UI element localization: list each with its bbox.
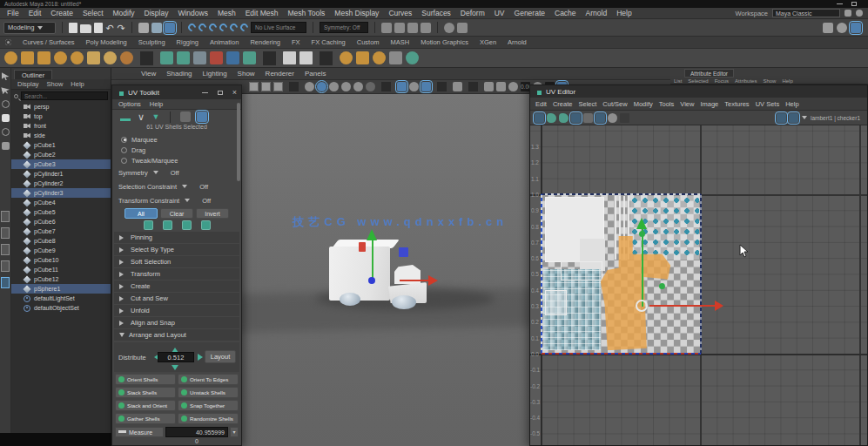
constraint-dropdown[interactable]: Transform Constraint Off [112, 193, 241, 207]
outliner-item[interactable]: pCube4 [11, 198, 111, 207]
dim-image-icon[interactable] [583, 113, 593, 123]
chevron-down-icon[interactable] [172, 365, 178, 374]
attribute-editor-menu-item[interactable]: List [674, 78, 682, 84]
select-action-button[interactable]: Clear [160, 208, 193, 219]
render-settings-icon[interactable] [407, 23, 418, 33]
attribute-editor-menu-item[interactable]: Help [782, 78, 792, 84]
convert-to-edge-icon[interactable] [163, 220, 172, 230]
shelf-tab[interactable]: MASH [391, 38, 410, 46]
menu-item[interactable]: Display [145, 9, 169, 17]
poly-cube-icon[interactable] [21, 51, 34, 64]
paint-select-tool-icon[interactable] [2, 100, 10, 108]
toolkit-section-header[interactable]: Pinning [114, 232, 239, 243]
chevron-down-icon[interactable]: ∨ [137, 112, 145, 122]
snap-point-icon[interactable] [207, 22, 219, 33]
live-surface-field[interactable]: No Live Surface [251, 22, 306, 33]
texel-dropdown-button[interactable]: ▾ [230, 427, 239, 437]
outliner-item[interactable]: defaultLightSet [11, 294, 111, 303]
outliner-item[interactable]: defaultObjectSet [11, 303, 111, 313]
select-mode-radio[interactable]: Drag [112, 145, 241, 155]
toolbar-icon[interactable] [181, 22, 182, 33]
poly-torus-icon[interactable] [71, 51, 84, 64]
shelf-icon[interactable] [320, 51, 333, 65]
stack-and-orient-icon[interactable]: Stack and Orient [115, 400, 176, 411]
manipulator-z-handle[interactable] [399, 247, 408, 257]
uv-manipulator-u-arrowhead[interactable] [715, 301, 729, 311]
uv-editor-menu-item[interactable]: Textures [724, 100, 749, 108]
viewport-menu-item[interactable]: Lighting [203, 70, 227, 78]
poly-cone-icon[interactable] [54, 51, 67, 64]
save-scene-icon[interactable] [94, 23, 103, 33]
booleans-icon[interactable] [406, 51, 419, 64]
poly-plane-icon[interactable] [87, 51, 100, 64]
tri-select-icon[interactable]: ▼ [151, 112, 160, 122]
uv-editor-menu-item[interactable]: Modify [634, 100, 653, 108]
extrude-icon[interactable] [193, 51, 206, 64]
select-action-button[interactable]: Invert [196, 208, 229, 219]
exposure-icon[interactable] [508, 82, 518, 91]
attribute-editor-menu-item[interactable]: Show [763, 78, 776, 84]
orient-shells-icon[interactable]: Orient Shells [115, 374, 176, 385]
combine-icon[interactable] [373, 51, 386, 64]
uv-toolkit-title-bar[interactable]: UV Toolkit × [112, 85, 241, 99]
truck-wheel-rear[interactable] [340, 293, 360, 306]
attribute-editor-toggle-icon[interactable] [823, 23, 833, 33]
outliner-item[interactable]: pCube12 [11, 274, 111, 284]
menu-item[interactable]: Create [50, 9, 73, 17]
maximize-icon[interactable] [851, 2, 857, 6]
bookmark-icon[interactable] [273, 82, 283, 91]
workspace-dropdown[interactable]: Maya Classic [772, 9, 840, 17]
isolate-select-icon[interactable] [453, 82, 462, 91]
shelf-tab[interactable]: Poly Modeling [86, 38, 127, 46]
mirror-icon[interactable] [356, 51, 369, 64]
outliner-item[interactable]: front [11, 121, 111, 131]
minimize-icon[interactable] [837, 3, 843, 4]
outliner-item[interactable]: pCube3 [11, 159, 111, 169]
snap-live-icon[interactable] [239, 22, 250, 33]
viewport-menu-item[interactable]: Panels [305, 70, 326, 78]
texel-density-field[interactable]: 40.955999 [165, 427, 228, 437]
viewport-menu-item[interactable]: Show [238, 70, 255, 78]
shelf-tab[interactable]: Motion Graphics [421, 38, 468, 46]
move-manipulator-x-arrowhead[interactable] [428, 275, 443, 286]
chevron-down-icon[interactable] [802, 116, 807, 122]
image-ratio-icon[interactable] [620, 113, 629, 123]
uv-editor-menu-item[interactable]: Tools [659, 100, 675, 108]
textured-icon[interactable] [341, 82, 351, 91]
ipr-render-icon[interactable] [394, 23, 405, 33]
menu-item[interactable]: Arnold [586, 9, 608, 17]
shelf-tab[interactable]: FX [292, 38, 300, 46]
platonic-solid-icon[interactable] [120, 51, 133, 64]
move-manipulator-x-axis[interactable] [400, 280, 429, 281]
select-action-button[interactable]: All [124, 208, 158, 219]
menu-item[interactable]: Edit Mesh [246, 9, 279, 17]
toolkit-section-header[interactable]: Unfold [114, 305, 239, 316]
convert-to-face-icon[interactable] [182, 220, 192, 230]
uv-toolkit-menu-item[interactable]: Help [150, 100, 163, 108]
outliner-item[interactable]: persp [11, 102, 111, 112]
menu-item[interactable]: Curves [388, 9, 412, 17]
menu-item[interactable]: Mesh Tools [288, 9, 326, 17]
menu-item[interactable]: Help [616, 9, 631, 17]
uv-editor-title-bar[interactable]: UV Editor [530, 85, 867, 98]
paint-effects-icon[interactable] [444, 23, 454, 33]
toolkit-scrollbar[interactable] [237, 103, 240, 181]
tool-settings-toggle-icon[interactable] [837, 23, 847, 33]
toolbar-icon[interactable] [437, 22, 438, 33]
select-hierarchy-icon[interactable] [138, 23, 149, 33]
table-b-icon[interactable] [299, 51, 313, 64]
shelf-icon[interactable] [263, 51, 276, 65]
search-input[interactable]: Search... [21, 91, 108, 100]
new-scene-icon[interactable] [69, 23, 77, 33]
table-a-icon[interactable] [283, 51, 296, 64]
shelf-tab[interactable]: XGen [480, 38, 496, 46]
unstack-shells-icon[interactable]: Unstack Shells [178, 387, 239, 398]
minimize-icon[interactable] [202, 92, 208, 93]
outliner-item[interactable]: pCube5 [11, 207, 111, 217]
menu-item[interactable]: Cache [555, 9, 576, 17]
shadows-icon[interactable] [366, 82, 375, 91]
shelf-tab[interactable]: Animation [210, 38, 239, 46]
uv-editor-menu-item[interactable]: Image [700, 100, 718, 108]
select-mode-radio[interactable]: Tweak/Marquee [112, 155, 241, 166]
uv-editor-canvas[interactable]: 1.31.21.11.00.90.80.70.60.50.40.30.20.10… [530, 125, 867, 445]
